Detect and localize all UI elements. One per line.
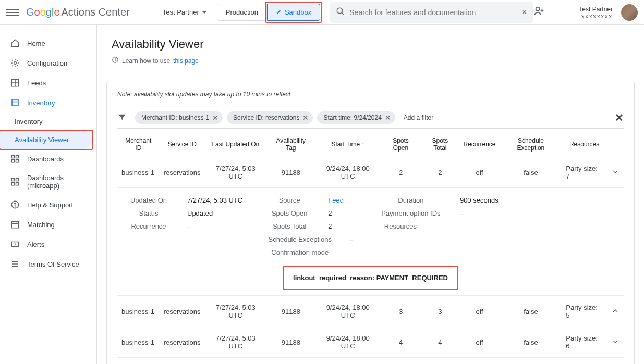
search-input[interactable] — [345, 4, 521, 21]
cell-service: reservations — [160, 327, 205, 358]
partner-dropdown[interactable]: Test Partner — [157, 5, 212, 19]
divider — [562, 5, 562, 20]
sidebar-item-availability-viewer[interactable]: Availability Viewer — [0, 131, 92, 149]
cell-updated: 7/27/24, 5:03 UTC — [205, 296, 267, 327]
sidebar-item-label: Matching — [27, 221, 55, 229]
col-resources[interactable]: Resources — [562, 132, 607, 157]
table-row[interactable]: business-1 reservations 7/27/24, 5:03 UT… — [117, 327, 624, 358]
sidebar-item-feeds[interactable]: Feeds — [0, 73, 92, 93]
col-recurrence[interactable]: Recurrence — [459, 132, 500, 157]
sidebar-item-tos[interactable]: Terms Of Service — [0, 254, 92, 274]
person-add-icon[interactable] — [533, 5, 545, 19]
hamburger-menu-icon[interactable] — [6, 6, 19, 19]
partner-label: Test Partner — [163, 8, 199, 16]
cell-resources: Party size: 5 — [562, 296, 607, 327]
user-sub: xxxxxxxx — [579, 13, 613, 19]
sort-up-icon: ↑ — [361, 141, 364, 147]
product-name: Actions Center — [62, 6, 130, 18]
cell-updated: 7/27/24, 5:03 UTC — [205, 157, 267, 188]
col-open[interactable]: Spots Open — [381, 132, 421, 157]
filter-icon[interactable] — [117, 112, 127, 123]
cell-recurrence: off — [459, 157, 500, 188]
divider — [149, 5, 149, 20]
check-icon: ✓ — [276, 8, 282, 16]
sandbox-button[interactable]: ✓ Sandbox — [267, 4, 320, 21]
expand-toggle[interactable] — [607, 296, 624, 327]
sidebar-item-inventory[interactable]: Inventory — [0, 93, 92, 112]
linkout-reason-text: linkout_required_reason: PAYMENT_REQUIRE… — [293, 274, 448, 282]
col-exception[interactable]: Schedule Exception — [500, 132, 562, 157]
sidebar-item-matching[interactable]: Matching — [0, 215, 92, 234]
cell-resources: Party size: 6 — [562, 327, 607, 358]
sidebar-item-configuration[interactable]: Configuration — [0, 53, 92, 73]
grid-icon — [10, 78, 20, 87]
col-service[interactable]: Service ID — [160, 132, 205, 157]
cell-start: 9/24/24, 18:00 UTC — [315, 157, 381, 188]
sidebar-item-inventory-sub[interactable]: Inventory — [0, 112, 92, 131]
production-button[interactable]: Production — [217, 4, 267, 21]
svg-point-32 — [115, 58, 116, 59]
cell-exception: false — [500, 327, 562, 358]
svg-point-2 — [536, 7, 540, 11]
table-row[interactable]: business-1 reservations 7/27/24, 5:03 UT… — [117, 296, 624, 327]
cell-open: 2 — [381, 157, 421, 188]
cell-start: 9/24/24, 18:00 UTC — [315, 327, 381, 358]
detail-value: -- — [460, 209, 465, 217]
clear-icon[interactable]: ✕ — [521, 8, 527, 16]
detail-label: Payment option IDs — [374, 209, 447, 217]
filter-chip-start[interactable]: Start time: 9/24/2024✕ — [317, 111, 395, 124]
close-icon[interactable]: ✕ — [212, 114, 218, 122]
expand-toggle[interactable] — [607, 327, 624, 358]
google-logo: Google — [26, 6, 60, 18]
col-tag[interactable]: Availability Tag — [266, 132, 315, 157]
sidebar-item-help[interactable]: Help & Support — [0, 195, 92, 215]
filter-row: Merchant ID: business-1✕ Service ID: res… — [117, 107, 624, 129]
sidebar-item-home[interactable]: Home — [0, 33, 92, 53]
row-details: Updated On7/27/24, 5:03 UTC StatusUpdate… — [117, 188, 624, 296]
home-icon — [10, 39, 20, 48]
search-bar[interactable]: ✕ — [330, 2, 533, 23]
sidebar-item-dashboards[interactable]: Dashboards — [0, 149, 92, 169]
search-icon — [336, 7, 345, 18]
sidebar-item-label: Dashboards — [27, 155, 64, 163]
user-info: Test Partner xxxxxxxx — [579, 6, 613, 19]
col-start[interactable]: Start Time ↑ — [315, 132, 381, 157]
calendar-icon — [10, 220, 20, 229]
close-icon[interactable]: ✕ — [302, 114, 309, 122]
filter-chip-service[interactable]: Service ID: reservations✕ — [227, 111, 313, 124]
expand-toggle[interactable] — [607, 157, 624, 188]
detail-value-link[interactable]: Feed — [328, 196, 344, 204]
add-filter-button[interactable]: Add a filter — [399, 112, 438, 123]
col-merchant[interactable]: Merchant ID — [117, 132, 160, 157]
detail-value: 2 — [328, 209, 332, 217]
avatar[interactable] — [621, 4, 638, 21]
sidebar-item-alerts[interactable]: Alerts — [0, 234, 92, 254]
page-title: Availability Viewer — [112, 37, 629, 51]
filter-chip-merchant[interactable]: Merchant ID: business-1✕ — [135, 111, 223, 124]
dashboard-icon — [10, 177, 20, 186]
cell-service: reservations — [160, 296, 205, 327]
cell-updated: 7/27/24, 5:03 UTC — [205, 327, 267, 358]
svg-rect-12 — [16, 155, 19, 158]
col-total[interactable]: Spots Total — [421, 132, 459, 157]
help-icon — [10, 200, 20, 209]
cell-recurrence: off — [459, 296, 500, 327]
detail-label: Confirmation mode — [263, 248, 336, 256]
cell-exception: false — [500, 296, 562, 327]
detail-value: -- — [187, 222, 192, 230]
close-icon[interactable]: ✕ — [385, 114, 391, 122]
cell-tag: 91188 — [266, 327, 315, 358]
help-link[interactable]: this page — [173, 57, 199, 65]
cell-start: 9/24/24, 18:00 UTC — [315, 296, 381, 327]
list-icon — [10, 259, 20, 269]
detail-label: Spots Open — [263, 209, 315, 217]
cell-total: 2 — [421, 157, 459, 188]
sidebar-item-label: Dashboards (microapp) — [27, 174, 82, 190]
sidebar-item-label: Alerts — [27, 241, 44, 248]
sidebar-item-dashboards-microapp[interactable]: Dashboards (microapp) — [0, 169, 92, 195]
close-filters-icon[interactable]: ✕ — [615, 111, 624, 124]
col-updated[interactable]: Last Updated On — [205, 132, 267, 157]
table-row[interactable]: business-1 reservations 7/27/24, 5:03 UT… — [117, 157, 624, 188]
detail-value: 2 — [328, 222, 332, 230]
svg-line-1 — [342, 12, 344, 15]
